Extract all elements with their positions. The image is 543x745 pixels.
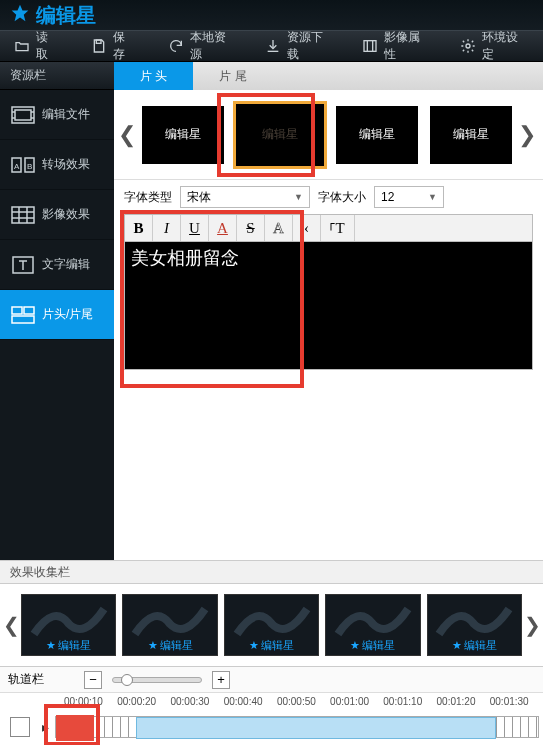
star-icon bbox=[10, 3, 30, 28]
menu-localres-label: 本地资源 bbox=[190, 29, 237, 63]
fx-collection-row: ❮ ★编辑星 ★编辑星 ★编辑星 ★编辑星 ★编辑星 ❯ bbox=[0, 584, 543, 666]
fx-label: 编辑星 bbox=[261, 638, 294, 653]
sidebar-item-label: 编辑文件 bbox=[42, 106, 90, 123]
chevron-down-icon: ▼ bbox=[428, 192, 437, 202]
sidebar-item-label: 转场效果 bbox=[42, 156, 90, 173]
menu-movieprops-label: 影像属性 bbox=[384, 29, 431, 63]
video-clips[interactable] bbox=[136, 717, 496, 739]
title-tabs: 片 头 片 尾 bbox=[114, 62, 543, 90]
svg-rect-7 bbox=[15, 110, 31, 120]
timeline-track: ▸ bbox=[0, 710, 543, 744]
menu-envset-label: 环境设定 bbox=[482, 29, 529, 63]
star-icon: ★ bbox=[46, 639, 56, 652]
font-controls: 字体类型 宋体▼ 字体大小 12▼ bbox=[114, 180, 543, 214]
zoom-in-button[interactable]: + bbox=[212, 671, 230, 689]
video-fx-icon bbox=[10, 205, 36, 225]
fx-item[interactable]: ★编辑星 bbox=[427, 594, 522, 656]
sidebar-item-transition[interactable]: AB 转场效果 bbox=[0, 140, 114, 190]
template-item-selected[interactable]: 编辑星 bbox=[236, 104, 324, 166]
fx-prev-button[interactable]: ❮ bbox=[4, 613, 18, 637]
gear-icon bbox=[460, 38, 476, 54]
star-icon: ★ bbox=[148, 639, 158, 652]
text-cursor-button[interactable]: ⸀T bbox=[321, 215, 355, 241]
template-label: 编辑星 bbox=[453, 126, 489, 143]
sidebar: 资源栏 编辑文件 AB 转场效果 影像效果 文字编辑 片头/片尾 bbox=[0, 62, 114, 560]
back-button[interactable]: ‹ bbox=[293, 215, 321, 241]
template-label: 编辑星 bbox=[262, 126, 298, 143]
fx-label: 编辑星 bbox=[362, 638, 395, 653]
tab-head[interactable]: 片 头 bbox=[114, 62, 193, 90]
italic-button[interactable]: I bbox=[153, 215, 181, 241]
fx-label: 编辑星 bbox=[58, 638, 91, 653]
title-icon bbox=[10, 305, 36, 325]
menu-download[interactable]: 资源下载 bbox=[251, 31, 348, 61]
download-icon bbox=[265, 38, 281, 54]
fx-label: 编辑星 bbox=[464, 638, 497, 653]
play-icon[interactable]: ▸ bbox=[42, 719, 49, 735]
template-prev-button[interactable]: ❮ bbox=[118, 105, 136, 165]
film-strip-icon bbox=[10, 105, 36, 125]
zoom-out-button[interactable]: − bbox=[84, 671, 102, 689]
svg-marker-0 bbox=[12, 4, 29, 21]
font-type-label: 字体类型 bbox=[124, 189, 172, 206]
track-toggle[interactable] bbox=[10, 717, 30, 737]
menu-read[interactable]: 读 取 bbox=[0, 31, 77, 61]
svg-rect-16 bbox=[12, 207, 34, 223]
bold-button[interactable]: B bbox=[125, 215, 153, 241]
menu-local-resources[interactable]: 本地资源 bbox=[154, 31, 251, 61]
menu-env-settings[interactable]: 环境设定 bbox=[446, 31, 543, 61]
sidebar-item-text-edit[interactable]: 文字编辑 bbox=[0, 240, 114, 290]
fx-item[interactable]: ★编辑星 bbox=[21, 594, 116, 656]
transition-icon: AB bbox=[10, 155, 36, 175]
font-size-label: 字体大小 bbox=[318, 189, 366, 206]
app-title: 编辑星 bbox=[36, 2, 96, 29]
template-item[interactable]: 编辑星 bbox=[142, 106, 224, 164]
sidebar-item-label: 文字编辑 bbox=[42, 256, 90, 273]
timecode: 00:00:20 bbox=[117, 696, 170, 707]
track-controls: 轨道栏 − + bbox=[0, 666, 543, 692]
sidebar-item-video-fx[interactable]: 影像效果 bbox=[0, 190, 114, 240]
main-toolbar: 读 取 保 存 本地资源 资源下载 影像属性 环境设定 bbox=[0, 30, 543, 62]
menu-save-label: 保 存 bbox=[113, 29, 140, 63]
timecode-row: 00:00:10 00:00:20 00:00:30 00:00:40 00:0… bbox=[0, 692, 543, 710]
folder-open-icon bbox=[14, 38, 30, 54]
font-size-select[interactable]: 12▼ bbox=[374, 186, 444, 208]
template-item[interactable]: 编辑星 bbox=[430, 106, 512, 164]
font-type-value: 宋体 bbox=[187, 189, 211, 206]
fx-item[interactable]: ★编辑星 bbox=[325, 594, 420, 656]
outline-button[interactable]: A bbox=[265, 215, 293, 241]
svg-text:A: A bbox=[14, 162, 20, 171]
timecode: 00:00:30 bbox=[170, 696, 223, 707]
zoom-slider[interactable] bbox=[112, 677, 202, 683]
menu-movie-props[interactable]: 影像属性 bbox=[348, 31, 445, 61]
sidebar-item-edit-file[interactable]: 编辑文件 bbox=[0, 90, 114, 140]
strike-button[interactable]: S bbox=[237, 215, 265, 241]
fx-next-button[interactable]: ❯ bbox=[525, 613, 539, 637]
text-icon bbox=[10, 255, 36, 275]
menu-save[interactable]: 保 存 bbox=[77, 31, 154, 61]
title-clip[interactable] bbox=[56, 715, 94, 741]
timecode: 00:00:10 bbox=[64, 696, 117, 707]
timeline-ruler[interactable] bbox=[55, 716, 539, 738]
sidebar-header: 资源栏 bbox=[0, 62, 114, 90]
refresh-icon bbox=[168, 38, 184, 54]
star-icon: ★ bbox=[249, 639, 259, 652]
font-type-select[interactable]: 宋体▼ bbox=[180, 186, 310, 208]
sidebar-item-label: 片头/片尾 bbox=[42, 306, 93, 323]
tab-tail[interactable]: 片 尾 bbox=[193, 62, 272, 90]
sidebar-item-title[interactable]: 片头/片尾 bbox=[0, 290, 114, 340]
title-text-editor[interactable]: 美女相册留念 bbox=[124, 242, 533, 370]
svg-rect-1 bbox=[96, 40, 101, 43]
svg-rect-26 bbox=[12, 316, 34, 323]
template-item[interactable]: 编辑星 bbox=[336, 106, 418, 164]
timecode: 00:00:40 bbox=[224, 696, 277, 707]
fx-item[interactable]: ★编辑星 bbox=[122, 594, 217, 656]
fx-label: 编辑星 bbox=[160, 638, 193, 653]
zoom-knob[interactable] bbox=[121, 674, 133, 686]
fx-item[interactable]: ★编辑星 bbox=[224, 594, 319, 656]
menu-read-label: 读 取 bbox=[36, 29, 63, 63]
underline-button[interactable]: U bbox=[181, 215, 209, 241]
template-next-button[interactable]: ❯ bbox=[518, 105, 536, 165]
font-color-button[interactable]: A bbox=[209, 215, 237, 241]
star-icon: ★ bbox=[452, 639, 462, 652]
